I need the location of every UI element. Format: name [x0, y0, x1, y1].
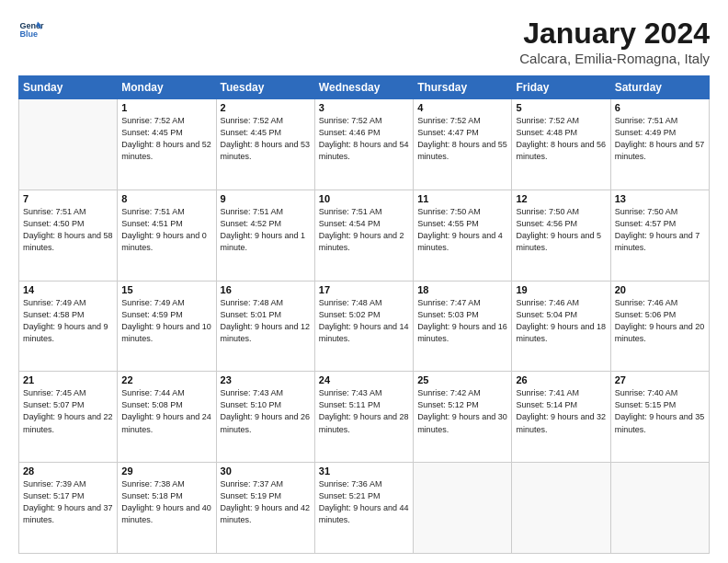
- cell-info: Sunrise: 7:44 AMSunset: 5:08 PMDaylight:…: [121, 387, 211, 435]
- cell-info: Sunrise: 7:52 AMSunset: 4:45 PMDaylight:…: [221, 115, 311, 163]
- col-friday: Friday: [512, 76, 610, 99]
- cell-1-1: 8Sunrise: 7:51 AMSunset: 4:51 PMDaylight…: [118, 190, 216, 281]
- day-number: 7: [23, 193, 113, 204]
- day-number: 5: [516, 102, 606, 113]
- cell-0-1: 1Sunrise: 7:52 AMSunset: 4:45 PMDaylight…: [118, 99, 216, 190]
- cell-info: Sunrise: 7:49 AMSunset: 4:58 PMDaylight:…: [23, 297, 113, 345]
- cell-2-3: 17Sunrise: 7:48 AMSunset: 5:02 PMDayligh…: [314, 281, 413, 372]
- day-number: 16: [221, 284, 311, 295]
- day-number: 11: [417, 193, 507, 204]
- cell-4-0: 28Sunrise: 7:39 AMSunset: 5:17 PMDayligh…: [19, 463, 118, 554]
- cell-0-3: 3Sunrise: 7:52 AMSunset: 4:46 PMDaylight…: [314, 99, 413, 190]
- cell-2-1: 15Sunrise: 7:49 AMSunset: 4:59 PMDayligh…: [118, 281, 216, 372]
- col-sunday: Sunday: [19, 76, 118, 99]
- logo-icon: General Blue: [18, 17, 44, 42]
- cell-4-5: [512, 463, 610, 554]
- cell-info: Sunrise: 7:52 AMSunset: 4:48 PMDaylight:…: [516, 115, 606, 163]
- calendar-header-row: Sunday Monday Tuesday Wednesday Thursday…: [19, 76, 710, 99]
- cell-2-2: 16Sunrise: 7:48 AMSunset: 5:01 PMDayligh…: [216, 281, 314, 372]
- cell-0-2: 2Sunrise: 7:52 AMSunset: 4:45 PMDaylight…: [216, 99, 314, 190]
- header: General Blue January 2024 Calcara, Emili…: [18, 17, 710, 66]
- cell-3-0: 21Sunrise: 7:45 AMSunset: 5:07 PMDayligh…: [19, 372, 118, 463]
- cell-info: Sunrise: 7:39 AMSunset: 5:17 PMDaylight:…: [23, 478, 113, 526]
- cell-info: Sunrise: 7:43 AMSunset: 5:10 PMDaylight:…: [221, 387, 311, 435]
- cell-info: Sunrise: 7:46 AMSunset: 5:04 PMDaylight:…: [516, 297, 606, 345]
- col-saturday: Saturday: [610, 76, 709, 99]
- cell-info: Sunrise: 7:42 AMSunset: 5:12 PMDaylight:…: [417, 387, 507, 435]
- cell-info: Sunrise: 7:36 AMSunset: 5:21 PMDaylight:…: [319, 478, 409, 526]
- day-number: 12: [516, 193, 606, 204]
- day-number: 26: [516, 374, 606, 385]
- cell-info: Sunrise: 7:46 AMSunset: 5:06 PMDaylight:…: [615, 297, 705, 345]
- cell-info: Sunrise: 7:38 AMSunset: 5:18 PMDaylight:…: [121, 478, 211, 526]
- week-row-1: 1Sunrise: 7:52 AMSunset: 4:45 PMDaylight…: [19, 99, 710, 190]
- col-wednesday: Wednesday: [314, 76, 413, 99]
- cell-4-3: 31Sunrise: 7:36 AMSunset: 5:21 PMDayligh…: [314, 463, 413, 554]
- cell-3-1: 22Sunrise: 7:44 AMSunset: 5:08 PMDayligh…: [118, 372, 216, 463]
- page: General Blue January 2024 Calcara, Emili…: [0, 0, 728, 563]
- cell-info: Sunrise: 7:52 AMSunset: 4:45 PMDaylight:…: [121, 115, 211, 163]
- cell-3-4: 25Sunrise: 7:42 AMSunset: 5:12 PMDayligh…: [414, 372, 512, 463]
- day-number: 3: [319, 102, 409, 113]
- day-number: 14: [23, 284, 113, 295]
- cell-2-0: 14Sunrise: 7:49 AMSunset: 4:58 PMDayligh…: [19, 281, 118, 372]
- cell-info: Sunrise: 7:40 AMSunset: 5:15 PMDaylight:…: [615, 387, 705, 435]
- day-number: 31: [319, 465, 409, 477]
- cell-info: Sunrise: 7:37 AMSunset: 5:19 PMDaylight:…: [221, 478, 311, 526]
- cell-3-6: 27Sunrise: 7:40 AMSunset: 5:15 PMDayligh…: [610, 372, 709, 463]
- cell-0-0: [19, 99, 118, 190]
- cell-1-0: 7Sunrise: 7:51 AMSunset: 4:50 PMDaylight…: [19, 190, 118, 281]
- week-row-5: 28Sunrise: 7:39 AMSunset: 5:17 PMDayligh…: [19, 463, 710, 554]
- cell-3-3: 24Sunrise: 7:43 AMSunset: 5:11 PMDayligh…: [314, 372, 413, 463]
- cell-2-5: 19Sunrise: 7:46 AMSunset: 5:04 PMDayligh…: [512, 281, 610, 372]
- col-monday: Monday: [118, 76, 216, 99]
- logo: General Blue: [18, 17, 44, 42]
- cell-1-5: 12Sunrise: 7:50 AMSunset: 4:56 PMDayligh…: [512, 190, 610, 281]
- cell-4-1: 29Sunrise: 7:38 AMSunset: 5:18 PMDayligh…: [118, 463, 216, 554]
- cell-1-3: 10Sunrise: 7:51 AMSunset: 4:54 PMDayligh…: [314, 190, 413, 281]
- calendar-table: Sunday Monday Tuesday Wednesday Thursday…: [18, 75, 710, 554]
- day-number: 20: [615, 284, 705, 295]
- day-number: 30: [221, 465, 311, 477]
- cell-3-5: 26Sunrise: 7:41 AMSunset: 5:14 PMDayligh…: [512, 372, 610, 463]
- day-number: 10: [319, 193, 409, 204]
- day-number: 13: [615, 193, 705, 204]
- col-tuesday: Tuesday: [216, 76, 314, 99]
- col-thursday: Thursday: [414, 76, 512, 99]
- svg-text:Blue: Blue: [19, 29, 38, 39]
- cell-info: Sunrise: 7:50 AMSunset: 4:57 PMDaylight:…: [615, 206, 705, 254]
- day-number: 8: [121, 193, 211, 204]
- cell-info: Sunrise: 7:49 AMSunset: 4:59 PMDaylight:…: [121, 297, 211, 345]
- cell-info: Sunrise: 7:51 AMSunset: 4:49 PMDaylight:…: [615, 115, 705, 163]
- cell-4-6: [610, 463, 709, 554]
- cell-info: Sunrise: 7:47 AMSunset: 5:03 PMDaylight:…: [417, 297, 507, 345]
- day-number: 29: [121, 465, 211, 477]
- day-number: 24: [319, 374, 409, 385]
- cell-2-4: 18Sunrise: 7:47 AMSunset: 5:03 PMDayligh…: [414, 281, 512, 372]
- day-number: 2: [221, 102, 311, 113]
- cell-info: Sunrise: 7:50 AMSunset: 4:55 PMDaylight:…: [417, 206, 507, 254]
- cell-0-4: 4Sunrise: 7:52 AMSunset: 4:47 PMDaylight…: [414, 99, 512, 190]
- cell-info: Sunrise: 7:48 AMSunset: 5:01 PMDaylight:…: [221, 297, 311, 345]
- cell-0-6: 6Sunrise: 7:51 AMSunset: 4:49 PMDaylight…: [610, 99, 709, 190]
- cell-4-4: [414, 463, 512, 554]
- sub-title: Calcara, Emilia-Romagna, Italy: [519, 51, 710, 66]
- day-number: 27: [615, 374, 705, 385]
- cell-4-2: 30Sunrise: 7:37 AMSunset: 5:19 PMDayligh…: [216, 463, 314, 554]
- week-row-3: 14Sunrise: 7:49 AMSunset: 4:58 PMDayligh…: [19, 281, 710, 372]
- cell-info: Sunrise: 7:51 AMSunset: 4:50 PMDaylight:…: [23, 206, 113, 254]
- day-number: 17: [319, 284, 409, 295]
- cell-info: Sunrise: 7:51 AMSunset: 4:52 PMDaylight:…: [221, 206, 311, 254]
- day-number: 28: [23, 465, 113, 477]
- cell-0-5: 5Sunrise: 7:52 AMSunset: 4:48 PMDaylight…: [512, 99, 610, 190]
- cell-info: Sunrise: 7:43 AMSunset: 5:11 PMDaylight:…: [319, 387, 409, 435]
- week-row-4: 21Sunrise: 7:45 AMSunset: 5:07 PMDayligh…: [19, 372, 710, 463]
- cell-info: Sunrise: 7:51 AMSunset: 4:54 PMDaylight:…: [319, 206, 409, 254]
- day-number: 22: [121, 374, 211, 385]
- cell-info: Sunrise: 7:52 AMSunset: 4:46 PMDaylight:…: [319, 115, 409, 163]
- cell-1-6: 13Sunrise: 7:50 AMSunset: 4:57 PMDayligh…: [610, 190, 709, 281]
- main-title: January 2024: [519, 17, 710, 51]
- cell-info: Sunrise: 7:41 AMSunset: 5:14 PMDaylight:…: [516, 387, 606, 435]
- cell-info: Sunrise: 7:48 AMSunset: 5:02 PMDaylight:…: [319, 297, 409, 345]
- day-number: 19: [516, 284, 606, 295]
